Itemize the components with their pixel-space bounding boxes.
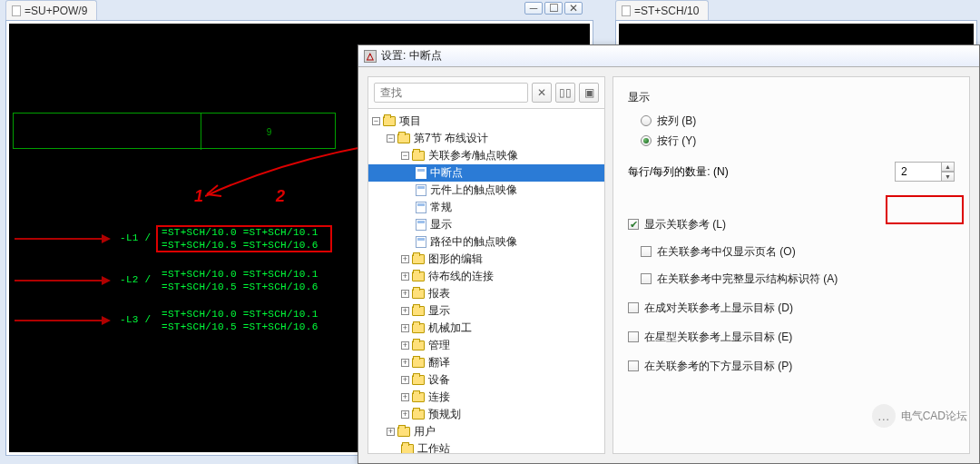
expand-icon[interactable]: + bbox=[401, 324, 409, 332]
crossref-L2-a: =ST+SCH/10.0 =ST+SCH/10.1 bbox=[162, 269, 318, 280]
bus-label-L3: -L3 / bbox=[120, 314, 152, 325]
tab-right[interactable]: =ST+SCH/10 bbox=[615, 0, 709, 20]
document-icon bbox=[622, 5, 631, 16]
expand-icon[interactable]: + bbox=[401, 393, 409, 401]
dialog-title-text: 设置: 中断点 bbox=[381, 48, 442, 64]
checkbox-icon bbox=[628, 302, 639, 313]
tree-node-machining[interactable]: +机械加工 bbox=[368, 320, 604, 337]
expand-icon[interactable]: + bbox=[401, 255, 409, 263]
page-icon bbox=[416, 202, 426, 213]
radio-by-row[interactable]: 按行 (Y) bbox=[641, 131, 955, 151]
search-option1-button[interactable]: ▯▯ bbox=[555, 83, 575, 103]
collapse-icon[interactable]: − bbox=[401, 152, 409, 160]
tree-node-path-contact[interactable]: 路径中的触点映像 bbox=[368, 233, 604, 251]
check-below-target[interactable]: 在关联参考的下方显示目标 (P) bbox=[628, 356, 955, 376]
folder-icon bbox=[397, 133, 410, 143]
tree-node-device[interactable]: +设备 bbox=[368, 371, 604, 389]
collapse-icon[interactable]: − bbox=[387, 134, 395, 143]
tree-node-interrupt-point[interactable]: 中断点 bbox=[368, 164, 604, 182]
expand-icon[interactable]: + bbox=[401, 307, 409, 315]
settings-tree[interactable]: −项目 −第7节 布线设计 −关联参考/触点映像 中断点 元件上的触点映像 常规… bbox=[368, 108, 604, 453]
checkbox-icon bbox=[628, 331, 639, 342]
tree-node-pending-wiring[interactable]: +待布线的连接 bbox=[368, 268, 604, 285]
crossref-L1-a: =ST+SCH/10.0 =ST+SCH/10.1 bbox=[162, 227, 318, 238]
expand-icon[interactable]: + bbox=[401, 290, 409, 298]
maximize-button[interactable]: ☐ bbox=[544, 2, 563, 15]
count-per-rowcol-label: 每行/每列的数量: (N) bbox=[628, 164, 729, 180]
expand-icon[interactable]: + bbox=[401, 410, 409, 419]
check-star-target[interactable]: 在星型关联参考上显示目标 (E) bbox=[628, 327, 955, 347]
crossref-L1-b: =ST+SCH/10.5 =ST+SCH/10.6 bbox=[162, 240, 318, 251]
expand-icon[interactable]: + bbox=[387, 428, 395, 436]
settings-content-panel: 显示 按列 (B) 按行 (Y) 每行/每列的数量: (N) ▲ ▼ bbox=[612, 76, 970, 454]
folder-icon bbox=[412, 306, 425, 316]
tree-node-component-contact[interactable]: 元件上的触点映像 bbox=[368, 182, 604, 199]
tree-node-translate[interactable]: +翻译 bbox=[368, 354, 604, 371]
tree-node-report[interactable]: +报表 bbox=[368, 285, 604, 302]
dialog-titlebar[interactable]: △ 设置: 中断点 bbox=[358, 45, 979, 67]
tree-node-section7[interactable]: −第7节 布线设计 bbox=[368, 130, 604, 147]
tree-node-display-sub[interactable]: 显示 bbox=[368, 216, 604, 233]
expand-icon[interactable]: + bbox=[401, 341, 409, 350]
tab-left[interactable]: =SU+POW/9 bbox=[5, 0, 97, 20]
tree-node-management[interactable]: +管理 bbox=[368, 337, 604, 354]
tree-node-graphics-edit[interactable]: +图形的编辑 bbox=[368, 251, 604, 268]
check-pair-target[interactable]: 在成对关联参考上显示目标 (D) bbox=[628, 298, 955, 318]
folder-icon bbox=[412, 375, 425, 385]
title-block-cell: 9 bbox=[201, 114, 337, 150]
arrow-icon bbox=[102, 276, 111, 285]
watermark: … 电气CAD论坛 bbox=[872, 404, 967, 428]
radio-checked-icon bbox=[641, 135, 652, 146]
spin-up-button[interactable]: ▲ bbox=[942, 162, 955, 172]
tree-panel: ✕ ▯▯ ▣ −项目 −第7节 布线设计 −关联参考/触点映像 中断点 元件上的… bbox=[368, 76, 605, 454]
tree-node-crossref[interactable]: −关联参考/触点映像 bbox=[368, 147, 604, 164]
expand-icon[interactable]: + bbox=[401, 376, 409, 384]
minimize-button[interactable]: ─ bbox=[524, 2, 543, 15]
tree-node-display[interactable]: +显示 bbox=[368, 302, 604, 320]
wechat-icon: … bbox=[872, 404, 896, 428]
bus-label-L2: -L2 / bbox=[120, 274, 152, 285]
title-block-frame: 9 bbox=[13, 113, 336, 149]
count-per-rowcol-input[interactable] bbox=[895, 162, 942, 182]
tree-node-general[interactable]: 常规 bbox=[368, 199, 604, 216]
tab-right-label: =ST+SCH/10 bbox=[634, 5, 699, 17]
search-clear-button[interactable]: ✕ bbox=[532, 83, 552, 103]
search-option2-button[interactable]: ▣ bbox=[579, 83, 599, 103]
crossref-L3-a: =ST+SCH/10.0 =ST+SCH/10.1 bbox=[162, 309, 318, 320]
checkbox-icon bbox=[641, 273, 652, 284]
expand-icon[interactable]: + bbox=[401, 359, 409, 367]
tree-node-workstation[interactable]: 工作站 bbox=[368, 440, 604, 453]
annotation-number-1: 1 bbox=[194, 187, 203, 206]
check-full-structure[interactable]: 在关联参考中完整显示结构标识符 (A) bbox=[641, 269, 955, 289]
app-icon: △ bbox=[364, 50, 377, 63]
folder-icon bbox=[412, 271, 425, 281]
crossref-L3-b: =ST+SCH/10.5 =ST+SCH/10.6 bbox=[162, 321, 318, 332]
page-icon bbox=[416, 184, 426, 196]
section-display-label: 显示 bbox=[628, 90, 955, 105]
annotation-number-2: 2 bbox=[276, 187, 285, 206]
watermark-text: 电气CAD论坛 bbox=[901, 409, 967, 424]
search-input[interactable] bbox=[374, 83, 528, 103]
tree-node-preplanning[interactable]: +预规划 bbox=[368, 406, 604, 423]
arrow-icon bbox=[102, 316, 111, 325]
expand-icon[interactable]: + bbox=[401, 272, 409, 281]
tab-left-label: =SU+POW/9 bbox=[24, 5, 87, 17]
page-icon bbox=[416, 236, 426, 248]
columns-icon: ▯▯ bbox=[559, 86, 572, 99]
tree-node-connection[interactable]: +连接 bbox=[368, 389, 604, 406]
tree-node-user[interactable]: +用户 bbox=[368, 423, 604, 440]
folder-icon bbox=[401, 444, 414, 453]
close-button[interactable]: ✕ bbox=[564, 2, 583, 15]
collapse-icon[interactable]: − bbox=[372, 117, 380, 125]
check-pagename-only[interactable]: 在关联参考中仅显示页名 (O) bbox=[641, 242, 955, 262]
radio-by-column[interactable]: 按列 (B) bbox=[641, 111, 955, 131]
bus-label-L1: -L1 / bbox=[120, 232, 152, 243]
target-icon: ▣ bbox=[584, 86, 594, 99]
crossref-L2-b: =ST+SCH/10.5 =ST+SCH/10.6 bbox=[162, 281, 318, 292]
folder-icon bbox=[412, 151, 425, 161]
close-icon: ✕ bbox=[537, 86, 546, 99]
annotation-highlight-box-input bbox=[886, 195, 964, 224]
tree-node-project[interactable]: −项目 bbox=[368, 113, 604, 130]
folder-icon bbox=[412, 254, 425, 264]
spin-down-button[interactable]: ▼ bbox=[942, 172, 955, 182]
